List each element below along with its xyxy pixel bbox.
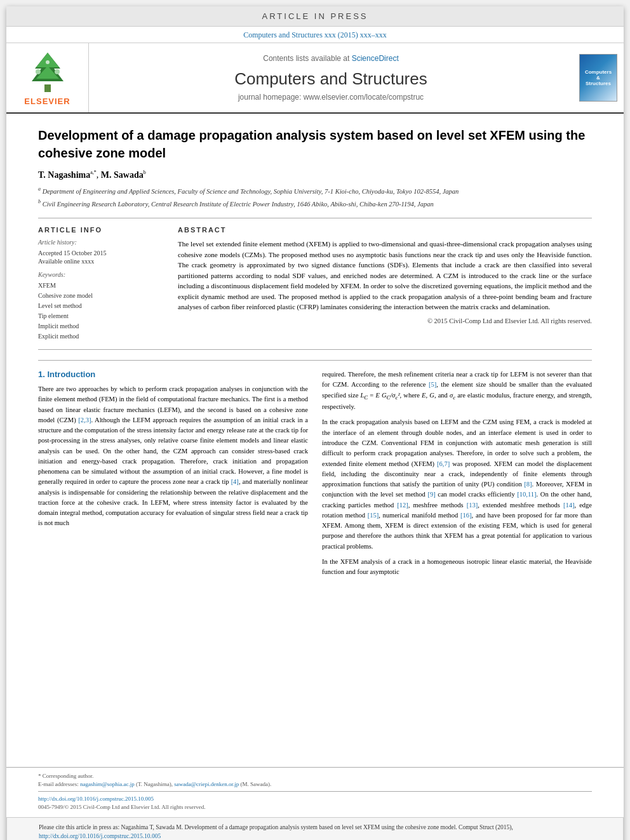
svg-point-3: [36, 69, 41, 74]
body-col-right: required. Therefore, the mesh refinement…: [322, 370, 592, 582]
ref-10-11[interactable]: [10,11]: [517, 491, 536, 498]
email-footnote: E-mail addresses: nagashim@sophia.ac.jp …: [38, 781, 592, 787]
affiliations-section: a a Department of Engineering and Applie…: [38, 185, 592, 209]
email2-name: (M. Sawada).: [241, 781, 272, 787]
svg-point-5: [46, 60, 50, 64]
page-footer: * Corresponding author. E-mail addresses…: [6, 767, 624, 817]
abstract-text: The level set extended finite element me…: [178, 239, 592, 312]
ref-16[interactable]: [16]: [460, 512, 472, 519]
author-b-name: M. Sawada: [101, 170, 144, 180]
keyword-implicit: Implicit method: [38, 321, 165, 331]
body-two-col: 1. Introduction There are two approaches…: [38, 370, 592, 582]
elsevier-logo-container: ELSEVIER: [6, 43, 89, 112]
section1-title: 1. Introduction: [38, 370, 308, 379]
abstract-header: ABSTRACT: [178, 226, 592, 234]
ref-13[interactable]: [13]: [467, 502, 478, 509]
keywords-section: Keywords: XFEM Cohesive zone model Level…: [38, 271, 165, 342]
ref-15[interactable]: [15]: [368, 512, 379, 519]
journal-homepage-line: journal homepage: www.elsevier.com/locat…: [238, 93, 424, 102]
issn-footnote: 0045-7949/© 2015 Civil-Comp Ltd and Else…: [38, 804, 592, 810]
keyword-czm: Cohesive zone model: [38, 291, 165, 301]
abstract-col: ABSTRACT The level set extended finite e…: [178, 226, 592, 342]
ref-2-3[interactable]: [2,3]: [78, 417, 91, 423]
article-title: Development of a damage propagation anal…: [38, 126, 592, 162]
doi-footnote: http://dx.doi.org/10.1016/j.compstruc.20…: [38, 796, 592, 802]
banner-text: ARTICLE IN PRESS: [262, 11, 368, 21]
ref-6-7[interactable]: [6,7]: [437, 460, 450, 467]
authors-line: T. Nagashimaa,*, M. Sawadab: [38, 170, 592, 180]
intro-para3: In the crack propagation analysis based …: [322, 417, 592, 551]
elsevier-logo: ELSEVIER: [22, 50, 73, 106]
elsevier-tree-icon: [22, 50, 73, 94]
journal-header-center: Contents lists available at ScienceDirec…: [89, 43, 573, 112]
corresponding-label: * Corresponding author.: [38, 773, 93, 779]
contents-label: Contents lists available at: [263, 54, 349, 63]
citation-doi-link[interactable]: http://dx.doi.org/10.1016/j.compstruc.20…: [39, 833, 161, 839]
author-b-sup: b: [144, 170, 146, 175]
journal-header-right: Computers&Structures: [573, 43, 624, 112]
body-col-left: 1. Introduction There are two approaches…: [38, 370, 308, 582]
ref-5[interactable]: [5]: [429, 381, 436, 388]
article-in-press-banner: ARTICLE IN PRESS: [6, 6, 624, 27]
section-divider: [38, 360, 592, 361]
intro-para4: In the XFEM analysis of a crack in a hom…: [322, 557, 592, 578]
email1-link[interactable]: nagashim@sophia.ac.jp: [80, 781, 135, 787]
author-a-sup: a,*: [90, 170, 97, 175]
journal-ref-line: Computers and Structures xxx (2015) xxx–…: [6, 27, 624, 43]
intro-para2: required. Therefore, the mesh refinement…: [322, 370, 592, 412]
email1-name: (T. Nagashima),: [136, 781, 173, 787]
ref-9[interactable]: [9]: [427, 491, 435, 498]
keyword-explicit: Explicit method: [38, 331, 165, 342]
svg-rect-0: [44, 84, 51, 92]
keyword-level-set: Level set method: [38, 301, 165, 311]
keyword-tip-element: Tip element: [38, 311, 165, 321]
email-label: E-mail addresses:: [38, 781, 79, 787]
article-info-header: ARTICLE INFO: [38, 226, 165, 234]
intro-para1: There are two approaches by which to per…: [38, 384, 308, 529]
keywords-label: Keywords:: [38, 271, 165, 278]
citation-bar: Please cite this article in press as: Na…: [6, 817, 624, 841]
ref-14[interactable]: [14]: [563, 502, 575, 509]
email2-link[interactable]: sawada@criepi.denken.or.jp: [174, 781, 239, 787]
sciencedirect-link[interactable]: ScienceDirect: [352, 54, 399, 63]
main-content: Development of a damage propagation anal…: [6, 114, 624, 767]
footnote-divider: [38, 791, 592, 792]
journal-ref-text: Computers and Structures xxx (2015) xxx–…: [243, 30, 387, 39]
svg-point-4: [55, 69, 60, 74]
homepage-label[interactable]: journal homepage: www.elsevier.com/locat…: [238, 93, 424, 102]
corresponding-footnote: * Corresponding author.: [38, 773, 592, 779]
copyright-line: © 2015 Civil-Comp Ltd and Elsevier Ltd. …: [178, 317, 592, 324]
affiliation-a: a a Department of Engineering and Applie…: [38, 185, 592, 196]
ref-4[interactable]: [4]: [231, 478, 239, 485]
affiliation-b: b Civil Engineering Research Laboratory,…: [38, 198, 592, 209]
journal-header: ELSEVIER Contents lists available at Sci…: [6, 43, 624, 114]
history-label: Article history:: [38, 239, 165, 246]
elsevier-wordmark: ELSEVIER: [24, 97, 70, 106]
journal-thumbnail: Computers&Structures: [579, 54, 617, 102]
page: ARTICLE IN PRESS Computers and Structure…: [6, 6, 624, 840]
article-info-col: ARTICLE INFO Article history: Accepted 1…: [38, 226, 165, 342]
ref-12[interactable]: [12]: [397, 502, 408, 509]
article-info-abstract-section: ARTICLE INFO Article history: Accepted 1…: [38, 218, 592, 350]
ref-8[interactable]: [8]: [524, 481, 532, 488]
author-a-name: T. Nagashima: [38, 170, 90, 180]
sciencedirect-line: Contents lists available at ScienceDirec…: [263, 54, 398, 63]
accepted-date: Accepted 15 October 2015: [38, 250, 165, 257]
doi-link[interactable]: http://dx.doi.org/10.1016/j.compstruc.20…: [38, 796, 154, 802]
thumbnail-text: Computers&Structures: [585, 69, 612, 86]
available-online: Available online xxxx: [38, 258, 165, 265]
journal-title: Computers and Structures: [234, 69, 427, 89]
keyword-xfem: XFEM: [38, 281, 165, 291]
citation-text: Please cite this article in press as: Na…: [39, 824, 513, 830]
